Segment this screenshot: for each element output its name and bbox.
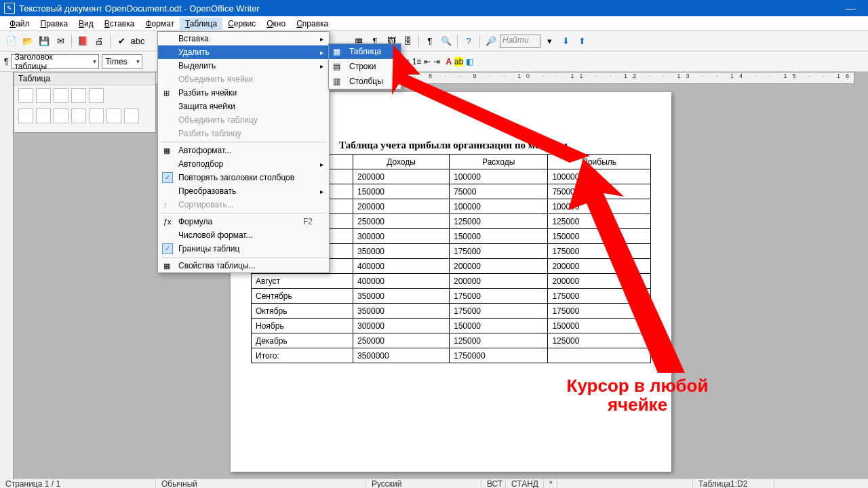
table-cell[interactable]: 350000 bbox=[353, 244, 450, 259]
table-toolbar-title: Таблица bbox=[14, 73, 155, 85]
menuitem-автоподбор[interactable]: Автоподбор▸ bbox=[158, 157, 329, 171]
table-cell[interactable]: 250000 bbox=[353, 214, 450, 229]
spellcheck-icon[interactable]: ✔ bbox=[114, 34, 129, 49]
status-modified: * bbox=[544, 479, 557, 488]
table-cell[interactable]: 100000 bbox=[449, 199, 547, 214]
menu-вид[interactable]: Вид bbox=[73, 18, 99, 30]
table-cell[interactable]: 350000 bbox=[353, 304, 450, 319]
table-cell[interactable]: 1750000 bbox=[449, 348, 547, 363]
table-cell[interactable]: 400000 bbox=[353, 274, 450, 289]
table-cell[interactable]: Декабрь bbox=[252, 333, 353, 348]
window-title: Текстовый документ OpenDocument.odt - Op… bbox=[19, 3, 837, 14]
menu-вставка[interactable]: Вставка bbox=[99, 18, 140, 30]
save-icon[interactable]: 💾 bbox=[37, 34, 52, 49]
table-floating-toolbar[interactable]: Таблица bbox=[14, 72, 156, 133]
table-menu-dropdown[interactable]: Вставка▸Удалить▸Выделить▸Объединить ячей… bbox=[157, 31, 330, 273]
menu-справка[interactable]: Справка bbox=[291, 18, 334, 30]
insert-row-icon[interactable] bbox=[71, 108, 86, 123]
menuitem-автоформат-[interactable]: ▦Автоформат... bbox=[158, 144, 329, 157]
menuitem-числовой-формат-[interactable]: Числовой формат... bbox=[158, 228, 329, 242]
menuitem-преобразовать[interactable]: Преобразовать▸ bbox=[158, 184, 329, 198]
vertical-ruler bbox=[0, 72, 14, 480]
table-cell[interactable]: 150000 bbox=[353, 184, 450, 199]
table-cell[interactable]: 300000 bbox=[353, 229, 450, 244]
merge-icon[interactable] bbox=[18, 108, 33, 123]
border-color-icon[interactable] bbox=[54, 88, 68, 103]
minimize-button[interactable]: — bbox=[837, 3, 864, 14]
paragraph-style-combobox[interactable]: Заголовок таблицы bbox=[11, 54, 99, 69]
table-cell[interactable]: 250000 bbox=[353, 333, 450, 348]
delete-row-icon[interactable] bbox=[106, 108, 121, 123]
table-cell[interactable]: 200000 bbox=[449, 274, 547, 289]
menu-таблица[interactable]: Таблица bbox=[180, 18, 222, 30]
table-cell[interactable]: Август bbox=[252, 274, 353, 289]
menu-сервис[interactable]: Сервис bbox=[222, 18, 261, 30]
annotation-text: Курсор в любой ячейке bbox=[549, 376, 726, 414]
insert-col-icon[interactable] bbox=[89, 108, 104, 123]
table-cell[interactable]: 3500000 bbox=[353, 348, 450, 363]
status-insert[interactable]: ВСТ bbox=[481, 479, 506, 488]
menuitem-формула[interactable]: ƒxФормулаF2 bbox=[158, 215, 329, 228]
menuitem-сортировать-: ↕Сортировать... bbox=[158, 198, 329, 211]
table-cell[interactable]: Итого: bbox=[252, 348, 353, 363]
menuitem-вставка[interactable]: Вставка▸ bbox=[158, 32, 329, 45]
menuitem-разбить-ячейки[interactable]: ⊞Разбить ячейки bbox=[158, 86, 329, 100]
menu-окно[interactable]: Окно bbox=[261, 18, 291, 30]
table-cell[interactable]: 200000 bbox=[353, 169, 450, 184]
table-cell[interactable]: 150000 bbox=[449, 229, 547, 244]
annotation-arrow-1 bbox=[380, 41, 604, 163]
table-cell[interactable]: 175000 bbox=[449, 289, 547, 304]
titlebar: ✎ Текстовый документ OpenDocument.odt - … bbox=[0, 0, 868, 16]
menubar: ФайлПравкаВидВставкаФорматТаблицаСервисО… bbox=[0, 16, 868, 31]
table-cell[interactable]: 125000 bbox=[449, 214, 547, 229]
menuitem-объединить-таблицу: Объединить таблицу bbox=[158, 113, 329, 127]
menuitem-объединить-ячейки: Объединить ячейки bbox=[158, 73, 329, 86]
menu-правка[interactable]: Правка bbox=[35, 18, 74, 30]
table-cell[interactable]: Ноябрь bbox=[252, 319, 353, 333]
menuitem-разбить-таблицу: Разбить таблицу bbox=[158, 127, 329, 140]
table-cell[interactable]: 400000 bbox=[353, 259, 450, 274]
table-cell[interactable]: 200000 bbox=[353, 199, 450, 214]
menuitem-границы-таблиц[interactable]: ✓Границы таблиц bbox=[158, 242, 329, 256]
print-icon[interactable]: 🖨 bbox=[92, 34, 106, 49]
table-cell[interactable]: Сентябрь bbox=[252, 289, 353, 304]
open-icon[interactable]: 📂 bbox=[20, 34, 35, 49]
table-cell[interactable]: 300000 bbox=[353, 319, 450, 333]
svg-marker-1 bbox=[568, 159, 685, 373]
table-new-icon[interactable] bbox=[18, 88, 33, 103]
menuitem-защита-ячейки[interactable]: Защита ячейки bbox=[158, 100, 329, 113]
line-style-icon[interactable] bbox=[36, 88, 51, 103]
font-combobox[interactable]: Times bbox=[102, 54, 142, 69]
table-cell[interactable]: 100000 bbox=[449, 169, 547, 184]
app-icon: ✎ bbox=[4, 3, 15, 14]
table-cell[interactable]: 175000 bbox=[449, 304, 547, 319]
table-cell[interactable]: Октябрь bbox=[252, 304, 353, 319]
status-page: Страница 1 / 1 bbox=[0, 479, 156, 488]
delete-col-icon[interactable] bbox=[124, 108, 139, 123]
menu-файл[interactable]: Файл bbox=[4, 18, 35, 30]
menuitem-повторять-заголовки-столбцов[interactable]: ✓Повторять заголовки столбцов bbox=[158, 171, 329, 184]
optimize-icon[interactable] bbox=[54, 108, 68, 123]
menuitem-выделить[interactable]: Выделить▸ bbox=[158, 59, 329, 73]
table-cell[interactable]: 125000 bbox=[449, 333, 547, 348]
status-style: Обычный bbox=[156, 479, 366, 488]
table-cell[interactable]: 150000 bbox=[449, 319, 547, 333]
borders-icon[interactable] bbox=[71, 88, 86, 103]
table-cell[interactable]: 75000 bbox=[449, 184, 547, 199]
bgfill-icon[interactable] bbox=[89, 88, 104, 103]
pdf-icon[interactable]: 📕 bbox=[75, 34, 90, 49]
svg-marker-0 bbox=[392, 45, 590, 163]
annotation-arrow-2 bbox=[563, 156, 698, 380]
table-cell[interactable]: 350000 bbox=[353, 289, 450, 304]
menu-формат[interactable]: Формат bbox=[140, 18, 180, 30]
menuitem-свойства-таблицы-[interactable]: ▦Свойства таблицы... bbox=[158, 259, 329, 272]
abc-icon[interactable]: abc bbox=[130, 34, 145, 49]
status-std[interactable]: СТАНД bbox=[506, 479, 544, 488]
styles-dropdown-icon[interactable]: ¶ bbox=[4, 57, 8, 66]
new-icon[interactable]: 📄 bbox=[4, 34, 19, 49]
mail-icon[interactable]: ✉ bbox=[53, 34, 68, 49]
table-cell[interactable]: 200000 bbox=[449, 259, 547, 274]
menuitem-удалить[interactable]: Удалить▸ bbox=[158, 45, 329, 59]
split-icon[interactable] bbox=[36, 108, 51, 123]
table-cell[interactable]: 175000 bbox=[449, 244, 547, 259]
